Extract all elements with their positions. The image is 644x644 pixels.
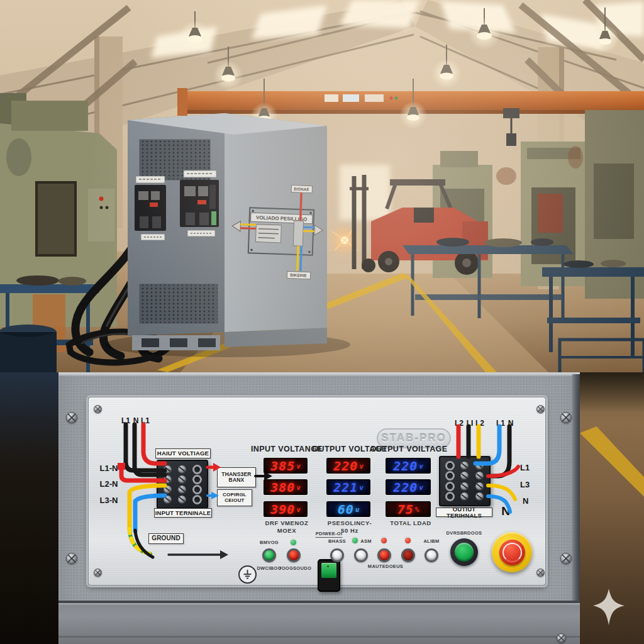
led-label: TOOGSOUDO (279, 565, 311, 571)
display-input-3: 390v (264, 501, 308, 517)
display-input-2: 380v (264, 479, 308, 495)
scene: VOLIADO PESILLIGO BISNAE BIKERIE (0, 0, 644, 644)
wire-label: L2 (453, 419, 465, 428)
transfer-bank-box: THANS3ERBANX (217, 467, 256, 487)
green-dot-indicator (352, 538, 358, 543)
wire-label: N (505, 419, 516, 428)
wire-label: L1 (140, 416, 151, 425)
bypass-label: BHASS (328, 538, 346, 544)
power-switch[interactable] (318, 559, 340, 592)
led-label: BMVOG (260, 540, 279, 545)
factory-background: VOLIADO PESILLIGO BISNAE BIKERIE (0, 0, 644, 377)
phase-label-l1n: L1-N (96, 464, 121, 473)
screw (94, 569, 102, 577)
display-output1-1: 220v (326, 458, 370, 474)
input-terminal-block (157, 460, 208, 509)
screw (66, 553, 77, 564)
alarm-led (425, 548, 438, 562)
output-wire-label-n: N (523, 496, 539, 506)
floor-left-strip (0, 372, 58, 644)
display-header-output2: OUTPUT VOILTAGE (365, 445, 453, 453)
screw (94, 405, 102, 413)
panel-base (58, 601, 580, 644)
ground-label: GROUND (148, 533, 184, 544)
panel-plate: STAB-PRO L1 N L1 L1-N L2-N L3-N HAIUT VO… (88, 397, 546, 586)
output-wire-label-l1: L1 (520, 463, 536, 472)
sparkle-watermark (591, 587, 627, 626)
wire-label: L2 (474, 419, 486, 428)
fault-led (287, 548, 301, 562)
screw (560, 553, 572, 564)
asm-label: ASM (360, 538, 372, 544)
output-terminal-block (439, 456, 491, 506)
maintenance-label: MAUTEDOEUS (368, 564, 403, 569)
input-block-top-label: HAIUT VOLTIAGE (155, 448, 211, 458)
input-block-bottom-label: INPUT TERNINALE (154, 508, 212, 518)
display-total-load: 75% (386, 501, 431, 517)
display-input-1: 385v (264, 458, 308, 474)
output-neutral-label: N (497, 504, 514, 518)
phase-label-l2n: L2-N (96, 479, 121, 489)
red-dot-indicator (405, 538, 411, 543)
red-dot-indicator (381, 538, 387, 543)
green-dot-indicator (291, 540, 296, 545)
stabilizer-control-panel: STAB-PRO L1 N L1 L1-N L2-N L3-N HAIUT VO… (58, 372, 580, 644)
bypass-led (330, 548, 344, 562)
start-button-label: DVRSBRDOOS (447, 530, 482, 536)
control-circuit-box: COPIRGLCEIOUT (217, 489, 252, 506)
floor-yellow-stripe (580, 426, 644, 508)
alarm-label: ALIBM (423, 538, 439, 544)
warning-led (401, 548, 415, 562)
earth-ground-icon (242, 569, 253, 580)
warning-led (377, 548, 391, 562)
screw (536, 405, 545, 413)
power-switch-label: PDIWEE-OI (316, 531, 343, 538)
display-footer-load: TOTAL LDAD (367, 519, 455, 526)
screw (557, 633, 566, 643)
emergency-stop-button[interactable] (492, 532, 532, 572)
light-haze (88, 0, 644, 377)
display-output2-1: 220v (386, 458, 431, 474)
display-output1-2: 221v (326, 479, 370, 495)
screw (560, 412, 572, 423)
screw (536, 569, 545, 577)
output-block-bottom-label: OUTIUT TERIHNALS (436, 508, 492, 517)
phase-label-l3n: L3-N (96, 496, 121, 505)
asm-led (354, 548, 368, 562)
display-output2-2: 220v (386, 479, 431, 495)
display-frequency: 60u (326, 501, 370, 517)
start-button[interactable] (450, 538, 478, 566)
screw (66, 412, 77, 423)
power-on-led (262, 548, 276, 562)
output-wire-label-l3: L3 (520, 480, 536, 489)
led-label: DWCIBOO (257, 565, 281, 571)
ground-symbol (238, 565, 257, 584)
